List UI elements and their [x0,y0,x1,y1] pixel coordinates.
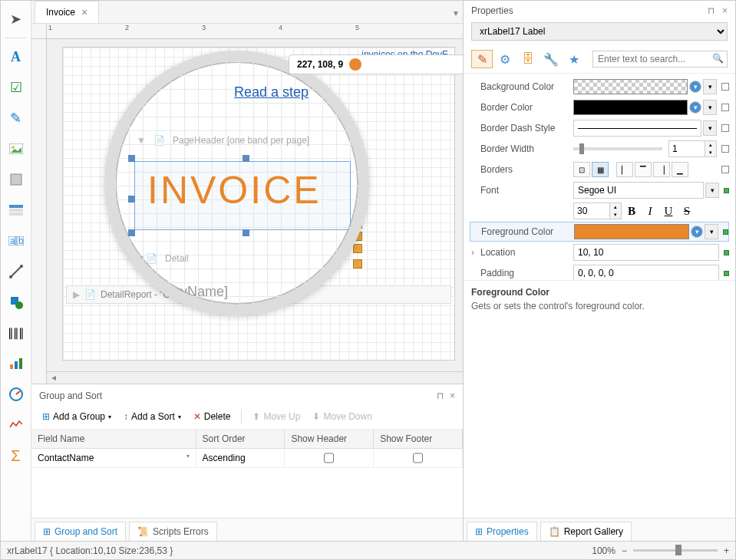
barcode-tool[interactable]: ∥∥∥ [2,319,30,347]
fg-color-swatch[interactable] [574,224,689,239]
spin-down[interactable]: ▾ [610,211,621,219]
zoom-slider[interactable] [633,549,718,552]
zoom-in-button[interactable]: + [724,545,729,556]
pin-icon[interactable]: ⊓ [437,390,444,401]
prop-marker[interactable] [721,83,729,91]
tab-properties[interactable]: ⊞Properties [467,522,537,541]
close-icon[interactable]: × [722,5,728,16]
tab-report-gallery[interactable]: 📋Report Gallery [540,522,632,541]
smart-tag[interactable] [353,244,362,253]
picturebox-tool[interactable] [2,135,30,163]
show-footer-checkbox[interactable] [413,453,423,463]
delete-button[interactable]: ✕Delete [189,409,236,424]
font-name-input[interactable] [573,182,704,199]
prop-marker[interactable] [721,166,729,173]
font-size-input[interactable] [573,203,610,219]
italic-button[interactable]: I [642,203,658,219]
color-dropdown-icon[interactable]: ▾ [689,101,701,114]
border-width-slider[interactable] [573,147,662,150]
mag-detail-band: 📄Detail [146,253,189,264]
pin-icon[interactable]: ⊓ [708,5,715,16]
underline-button[interactable]: U [660,203,677,219]
padding-input[interactable] [573,265,719,280]
chevron-down-icon[interactable]: ▾ [703,79,717,94]
location-input[interactable] [573,244,719,261]
strikeout-button[interactable]: S [678,203,695,219]
sort-order-value[interactable]: Ascending [196,449,285,467]
prop-marker[interactable] [721,145,729,153]
property-search-input[interactable] [592,51,728,68]
chevron-down-icon[interactable]: ▾ [705,183,719,198]
smart-tag[interactable] [353,259,362,268]
label-tool[interactable]: A [2,43,30,71]
gauge-tool[interactable] [2,380,30,408]
move-down-button: ⬇Move Down [308,409,376,424]
shape-tool[interactable] [2,288,30,316]
zoom-value: 100% [592,545,616,556]
prop-marker-modified[interactable] [724,271,729,276]
border-dash-value[interactable] [573,120,701,137]
spin-up[interactable]: ▴ [610,203,621,211]
bold-button[interactable]: B [623,203,640,219]
report-designer[interactable]: 12345 invoices on the DevE eating invoic… [31,24,463,384]
col-show-header[interactable]: Show Header [285,430,374,448]
category-data[interactable]: 🗄 [517,50,539,68]
chevron-down-icon[interactable]: ▾ [703,100,717,115]
border-all[interactable]: ▦ [592,162,609,177]
spin-down[interactable]: ▾ [705,149,716,156]
prop-location-label[interactable]: Location [470,247,573,258]
selected-label[interactable]: INVOICE [134,161,351,230]
mag-link: Read a step [234,84,309,100]
category-behavior[interactable]: ⚙ [494,50,516,68]
tab-overflow-icon[interactable]: ▾ [449,3,463,23]
checkbox-tool[interactable]: ☑ [2,74,30,101]
chevron-down-icon[interactable]: ▾ [705,224,718,239]
add-group-button[interactable]: ⊞Add a Group▾ [38,409,116,424]
color-dropdown-icon[interactable]: ▾ [689,81,701,93]
summary-tool[interactable]: Σ [2,442,30,469]
object-selector[interactable]: xrLabel17 Label [471,22,728,41]
zoom-out-button[interactable]: − [622,545,627,556]
prop-marker-modified[interactable] [724,188,729,193]
prop-border-color-label: Border Color [470,102,573,113]
spin-up[interactable]: ▴ [705,141,716,149]
table-row[interactable]: ContactName▾ Ascending [31,449,463,468]
tab-invoice[interactable]: Invoice × [35,1,99,23]
col-show-footer[interactable]: Show Footer [374,430,463,448]
add-sort-button[interactable]: ↕Add a Sort▾ [119,409,186,424]
border-right[interactable]: ▕ [653,162,670,177]
col-sort-order[interactable]: Sort Order [196,430,285,448]
tab-scripts-errors[interactable]: 📜Scripts Errors [129,522,217,541]
border-none[interactable]: ⊡ [573,162,590,177]
border-left[interactable]: ▏ [616,162,633,177]
prop-marker-modified[interactable] [724,250,729,255]
close-icon[interactable]: × [450,390,455,401]
richtext-tool[interactable]: ✎ [2,104,30,132]
panel-tool[interactable] [2,166,30,193]
color-dropdown-icon[interactable]: ▾ [691,226,703,238]
sparkline-tool[interactable] [2,411,30,439]
chevron-down-icon[interactable]: ▾ [703,120,717,136]
characterbox-tool[interactable]: ab [2,227,30,255]
prop-marker[interactable] [721,124,729,132]
prop-font-label: Font [470,185,573,196]
chart-tool[interactable] [2,350,30,377]
col-field-name[interactable]: Field Name [31,430,196,448]
show-header-checkbox[interactable] [324,453,334,463]
tab-group-sort[interactable]: ⊞Group and Sort [35,522,126,541]
bg-color-swatch[interactable] [573,79,688,94]
category-appearance[interactable]: ✎ [471,50,493,68]
line-tool[interactable] [2,258,30,285]
table-tool[interactable] [2,196,30,224]
border-color-swatch[interactable] [573,100,688,115]
prop-marker[interactable] [721,104,729,111]
pointer-tool[interactable]: ➤ [2,5,30,33]
tab-close-icon[interactable]: × [81,6,87,18]
border-top[interactable]: ▔ [635,162,652,177]
category-misc[interactable]: 🔧 [540,50,562,68]
horizontal-scrollbar[interactable]: ◂ [47,371,463,384]
border-width-input[interactable] [668,140,705,157]
category-favorites[interactable]: ★ [563,50,585,68]
prop-marker-modified[interactable] [723,229,728,235]
border-bottom[interactable]: ▁ [672,162,688,177]
